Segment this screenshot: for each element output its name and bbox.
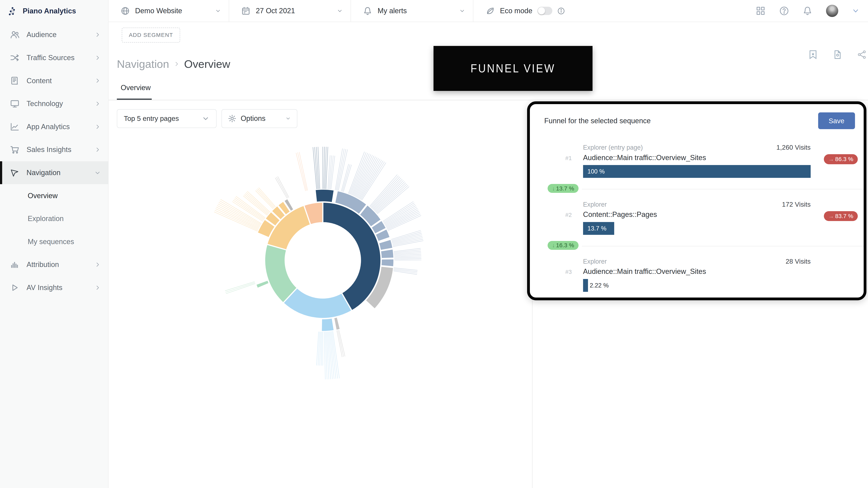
- retention-badge: →83.7 %: [824, 211, 858, 221]
- bar-label: 13.7 %: [583, 225, 607, 232]
- funnel-title: Funnel for the selected sequence: [544, 117, 651, 125]
- sidebar-item-content[interactable]: Content: [0, 69, 108, 92]
- funnel-step-1: #1 Explorer (entry page) 1,260 Visits Au…: [530, 144, 864, 178]
- alerts-value: My alerts: [377, 7, 407, 15]
- breadcrumb-root[interactable]: Navigation: [117, 58, 169, 70]
- apps-grid-icon[interactable]: [756, 6, 765, 16]
- export-document-icon[interactable]: [833, 50, 842, 59]
- report-actions: [808, 50, 866, 59]
- piano-analytics-logo-icon: [7, 5, 18, 17]
- chevron-down-icon: [337, 8, 343, 14]
- arrow-down-icon: ↓: [552, 242, 555, 249]
- funnel-steps: #1 Explorer (entry page) 1,260 Visits Au…: [530, 144, 864, 292]
- gear-icon: [228, 114, 236, 123]
- info-icon[interactable]: [557, 7, 565, 15]
- document-icon: [10, 76, 20, 86]
- alerts-selector[interactable]: My alerts: [351, 0, 473, 22]
- sidebar-item-label: Content: [27, 77, 88, 85]
- sidebar-item-navigation[interactable]: Navigation: [0, 161, 108, 184]
- options-button[interactable]: Options: [221, 109, 297, 128]
- logo-text: Piano Analytics: [23, 7, 76, 15]
- funnel-step-3: #3 Explorer 28 Visits Audience::Main tra…: [530, 258, 864, 292]
- chevron-right-icon: [95, 147, 100, 152]
- date-value: 27 Oct 2021: [256, 7, 295, 15]
- topbar: Demo Website 27 Oct 2021 My alerts Eco m…: [108, 0, 868, 22]
- step-source: Explorer: [583, 201, 607, 208]
- sidebar-subitem-exploration[interactable]: Exploration: [0, 207, 108, 230]
- navigation-cursor-icon: [10, 168, 19, 177]
- bookmark-icon[interactable]: [808, 50, 818, 59]
- step-bar: 100 %: [583, 165, 811, 178]
- arrow-down-icon: ↓: [552, 185, 555, 192]
- step-visits: 28 Visits: [786, 258, 811, 265]
- sidebar-item-audience[interactable]: Audience: [0, 23, 108, 46]
- tab-overview[interactable]: Overview: [121, 84, 151, 92]
- step-separator-1: ↓13.7 %: [582, 189, 864, 190]
- sidebar-item-label: Navigation: [27, 169, 88, 177]
- chevron-down-icon: [459, 8, 465, 14]
- chevron-down-icon: [285, 116, 291, 121]
- chevron-right-icon: [95, 32, 100, 37]
- site-selector[interactable]: Demo Website: [108, 0, 229, 22]
- topbar-right: [756, 0, 868, 22]
- step-title: Audience::Main traffic::Overview_Sites: [583, 153, 811, 162]
- bell-icon: [363, 6, 372, 16]
- share-icon[interactable]: [857, 50, 867, 59]
- sidebar-subitem-overview[interactable]: Overview: [0, 184, 108, 207]
- sidebar-item-sales-insights[interactable]: Sales Insights: [0, 138, 108, 161]
- step-title: Audience::Main traffic::Overview_Sites: [583, 267, 811, 276]
- bar-label: 2.22 %: [590, 282, 609, 289]
- line-chart-icon: [10, 122, 20, 132]
- bar-chart-icon: [10, 260, 20, 269]
- step-source: Explorer: [583, 258, 607, 265]
- sidebar-item-label: Technology: [27, 99, 88, 108]
- leaf-icon: [486, 6, 495, 16]
- notifications-bell-icon[interactable]: [803, 6, 812, 16]
- retention-value: 83.7 %: [835, 213, 853, 219]
- retention-value: 86.3 %: [835, 156, 853, 162]
- sidebar-item-traffic-sources[interactable]: Traffic Sources: [0, 46, 108, 69]
- sidebar-item-app-analytics[interactable]: App Analytics: [0, 115, 108, 138]
- funnel-bar-fill-1: 100 %: [583, 165, 811, 178]
- help-icon[interactable]: [779, 6, 789, 16]
- users-icon: [10, 30, 20, 39]
- sidebar-item-label: AV Insights: [27, 284, 88, 292]
- sidebar-item-label: Attribution: [27, 260, 88, 269]
- cart-icon: [10, 145, 20, 154]
- breadcrumb-current: Overview: [184, 58, 230, 70]
- sunburst-chart[interactable]: [195, 133, 450, 388]
- entry-pages-select-value: Top 5 entry pages: [124, 115, 202, 122]
- sidebar-item-technology[interactable]: Technology: [0, 92, 108, 115]
- drop-badge-1: ↓13.7 %: [548, 184, 579, 193]
- entry-pages-select[interactable]: Top 5 entry pages: [117, 109, 217, 128]
- step-source: Explorer (entry page): [583, 144, 643, 151]
- chevron-down-icon[interactable]: [852, 7, 859, 15]
- sidebar-item-label: Sales Insights: [27, 145, 88, 154]
- shuffle-icon: [10, 53, 20, 62]
- logo[interactable]: Piano Analytics: [0, 0, 108, 22]
- sidebar-item-label: Traffic Sources: [27, 54, 88, 62]
- drop-badge-2: ↓16.3 %: [548, 241, 579, 250]
- sidebar-item-attribution[interactable]: Attribution: [0, 253, 108, 276]
- avatar[interactable]: [826, 5, 838, 17]
- step-bar: 2.22 %: [583, 279, 811, 292]
- sidebar-item-av-insights[interactable]: AV Insights: [0, 276, 108, 299]
- globe-icon: [121, 6, 130, 16]
- sidebar-subitem-my-sequences[interactable]: My sequences: [0, 230, 108, 253]
- date-picker[interactable]: 27 Oct 2021: [229, 0, 351, 22]
- sidebar-item-label: App Analytics: [27, 123, 88, 131]
- eco-mode-toggle[interactable]: [537, 7, 552, 15]
- funnel-header: Funnel for the selected sequence Save: [530, 104, 864, 129]
- sidebar-nav: Audience Traffic Sources Content Technol…: [0, 23, 108, 299]
- arrow-right-icon: →: [828, 156, 834, 162]
- funnel-panel: Funnel for the selected sequence Save #1…: [527, 102, 866, 300]
- chevron-right-icon: [95, 124, 100, 130]
- save-button[interactable]: Save: [818, 112, 855, 129]
- chevron-right-icon: [95, 262, 100, 267]
- chevron-down-icon: [202, 115, 210, 122]
- chevron-down-icon: [215, 8, 221, 14]
- step-index: #3: [565, 268, 572, 275]
- add-segment-button[interactable]: ADD SEGMENT: [122, 28, 180, 42]
- step-separator-2: ↓16.3 %: [582, 246, 864, 247]
- toggle-knob: [538, 7, 545, 15]
